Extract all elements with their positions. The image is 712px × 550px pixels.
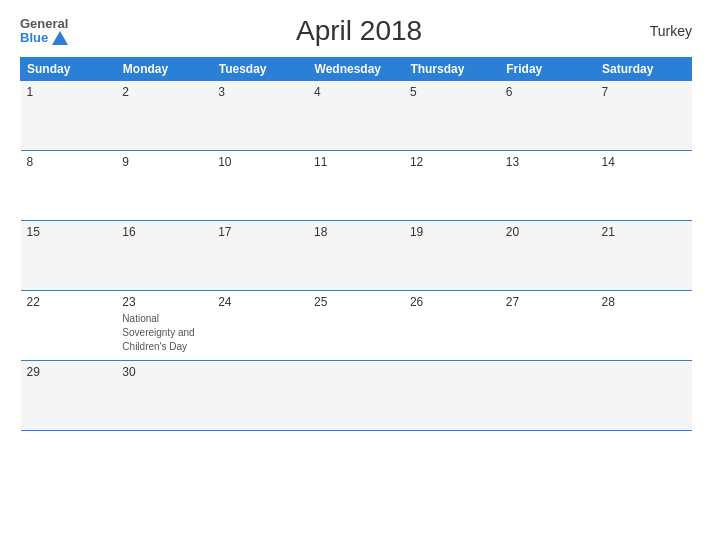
header-saturday: Saturday (596, 58, 692, 81)
header-thursday: Thursday (404, 58, 500, 81)
day-number: 7 (602, 85, 686, 99)
day-number: 24 (218, 295, 302, 309)
calendar-week-row: 891011121314 (21, 151, 692, 221)
calendar-cell: 21 (596, 221, 692, 291)
calendar-cell: 27 (500, 291, 596, 361)
calendar-cell: 22 (21, 291, 117, 361)
calendar-cell: 26 (404, 291, 500, 361)
calendar-cell: 23National Sovereignty and Children's Da… (116, 291, 212, 361)
calendar-cell: 4 (308, 81, 404, 151)
calendar-cell: 6 (500, 81, 596, 151)
day-number: 6 (506, 85, 590, 99)
logo: General Blue (20, 17, 68, 46)
day-number: 11 (314, 155, 398, 169)
day-number: 12 (410, 155, 494, 169)
calendar-header: Sunday Monday Tuesday Wednesday Thursday… (21, 58, 692, 81)
day-number: 5 (410, 85, 494, 99)
calendar-cell: 19 (404, 221, 500, 291)
day-number: 15 (27, 225, 111, 239)
day-number: 4 (314, 85, 398, 99)
day-number: 22 (27, 295, 111, 309)
day-number: 23 (122, 295, 206, 309)
day-number: 27 (506, 295, 590, 309)
day-number: 14 (602, 155, 686, 169)
day-number: 21 (602, 225, 686, 239)
day-number: 9 (122, 155, 206, 169)
calendar-cell: 3 (212, 81, 308, 151)
calendar-week-row: 1234567 (21, 81, 692, 151)
calendar-cell: 25 (308, 291, 404, 361)
calendar-week-row: 2223National Sovereignty and Children's … (21, 291, 692, 361)
header: General Blue April 2018 Turkey (20, 15, 692, 47)
calendar-cell: 16 (116, 221, 212, 291)
calendar-cell: 29 (21, 361, 117, 431)
country-label: Turkey (650, 23, 692, 39)
day-number: 13 (506, 155, 590, 169)
calendar-body: 1234567891011121314151617181920212223Nat… (21, 81, 692, 431)
calendar-cell (500, 361, 596, 431)
calendar-cell: 12 (404, 151, 500, 221)
calendar-cell: 1 (21, 81, 117, 151)
header-sunday: Sunday (21, 58, 117, 81)
calendar-cell: 17 (212, 221, 308, 291)
calendar-week-row: 2930 (21, 361, 692, 431)
calendar-cell (212, 361, 308, 431)
calendar-table: Sunday Monday Tuesday Wednesday Thursday… (20, 57, 692, 431)
day-number: 30 (122, 365, 206, 379)
day-number: 18 (314, 225, 398, 239)
calendar-cell: 2 (116, 81, 212, 151)
day-number: 26 (410, 295, 494, 309)
calendar-cell: 8 (21, 151, 117, 221)
calendar-cell: 28 (596, 291, 692, 361)
header-wednesday: Wednesday (308, 58, 404, 81)
calendar-cell: 13 (500, 151, 596, 221)
day-number: 20 (506, 225, 590, 239)
day-number: 28 (602, 295, 686, 309)
header-monday: Monday (116, 58, 212, 81)
day-number: 10 (218, 155, 302, 169)
header-friday: Friday (500, 58, 596, 81)
day-number: 3 (218, 85, 302, 99)
calendar-cell: 7 (596, 81, 692, 151)
logo-general-text: General (20, 17, 68, 31)
calendar-cell: 10 (212, 151, 308, 221)
weekday-header-row: Sunday Monday Tuesday Wednesday Thursday… (21, 58, 692, 81)
day-number: 25 (314, 295, 398, 309)
calendar-cell (596, 361, 692, 431)
calendar-title: April 2018 (68, 15, 649, 47)
header-tuesday: Tuesday (212, 58, 308, 81)
calendar-cell: 14 (596, 151, 692, 221)
day-number: 29 (27, 365, 111, 379)
day-number: 17 (218, 225, 302, 239)
calendar-page: General Blue April 2018 Turkey Sunday Mo… (0, 0, 712, 550)
day-number: 8 (27, 155, 111, 169)
calendar-cell: 24 (212, 291, 308, 361)
logo-blue-text: Blue (20, 31, 48, 45)
day-event: National Sovereignty and Children's Day (122, 313, 194, 352)
day-number: 19 (410, 225, 494, 239)
calendar-cell: 30 (116, 361, 212, 431)
calendar-cell: 15 (21, 221, 117, 291)
day-number: 1 (27, 85, 111, 99)
calendar-cell (404, 361, 500, 431)
logo-triangle-icon (52, 31, 68, 45)
calendar-cell: 11 (308, 151, 404, 221)
calendar-cell: 9 (116, 151, 212, 221)
calendar-cell: 20 (500, 221, 596, 291)
calendar-cell (308, 361, 404, 431)
calendar-cell: 5 (404, 81, 500, 151)
calendar-cell: 18 (308, 221, 404, 291)
day-number: 2 (122, 85, 206, 99)
calendar-week-row: 15161718192021 (21, 221, 692, 291)
day-number: 16 (122, 225, 206, 239)
